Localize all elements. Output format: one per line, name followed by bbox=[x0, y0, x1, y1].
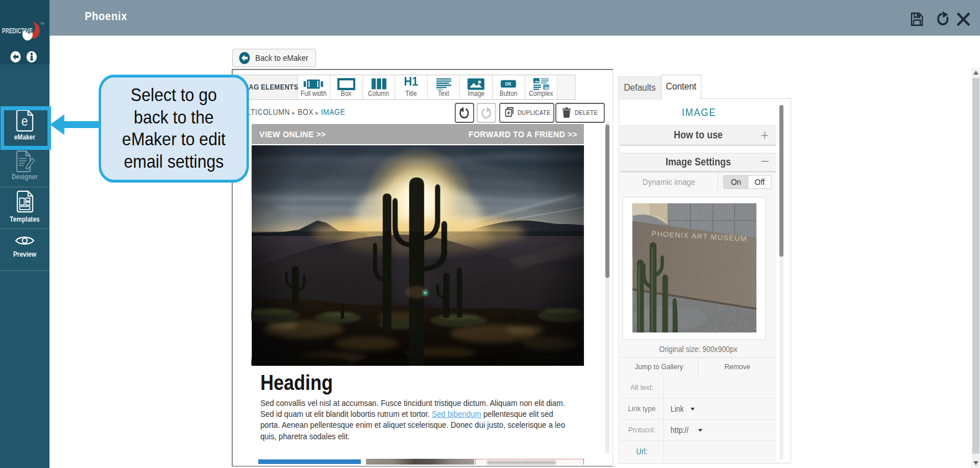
svg-text:PREDICTIVE: PREDICTIVE bbox=[2, 26, 33, 35]
svg-text:TM: TM bbox=[40, 22, 44, 25]
svg-text:OK: OK bbox=[505, 82, 512, 87]
